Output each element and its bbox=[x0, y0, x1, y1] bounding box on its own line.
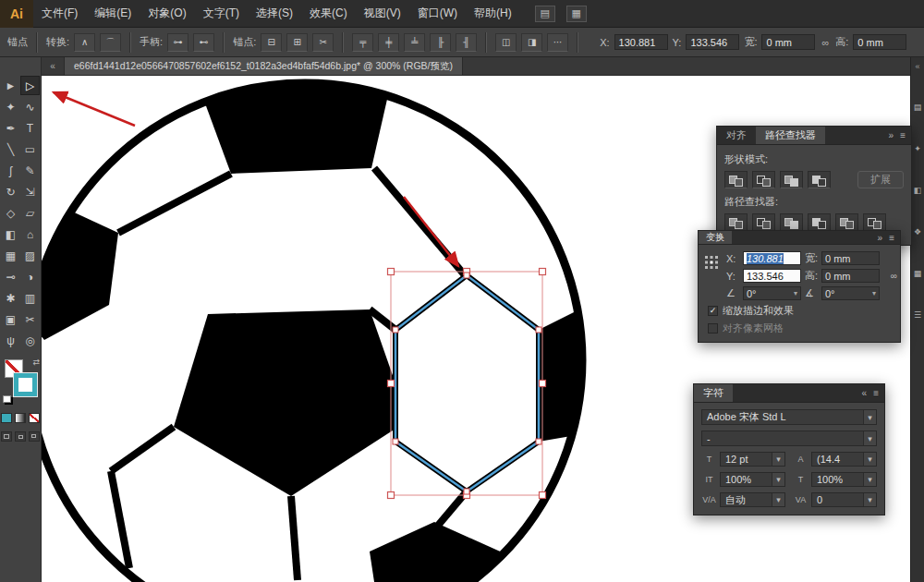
transform-x-field[interactable]: 130.881 bbox=[743, 251, 801, 265]
align-middle-button[interactable]: ╪ bbox=[378, 33, 399, 52]
remove-anchor-button[interactable]: ⊟ bbox=[261, 33, 282, 52]
width-field[interactable]: 0 mm bbox=[761, 34, 815, 50]
menu-view[interactable]: 视图(V) bbox=[356, 0, 409, 28]
apply-color-button[interactable] bbox=[1, 413, 12, 423]
distribute-horizontal-button[interactable]: ╟ bbox=[430, 33, 451, 52]
font-size-select[interactable]: 12 pt ▾ bbox=[720, 452, 785, 467]
dock-panel-icon-4[interactable]: ❖ bbox=[912, 226, 923, 237]
artboard-tool[interactable]: ▣ bbox=[1, 309, 20, 329]
column-graph-tool[interactable]: ▥ bbox=[20, 288, 40, 308]
tab-pathfinder[interactable]: 路径查找器 bbox=[756, 127, 825, 144]
dropdown-icon[interactable]: ▾ bbox=[863, 410, 876, 424]
font-style-select[interactable]: - ▾ bbox=[701, 430, 877, 446]
constrain-proportions-icon[interactable]: ∞ bbox=[891, 271, 897, 281]
menu-select[interactable]: 选择(S) bbox=[248, 0, 301, 28]
draw-normal-button[interactable] bbox=[1, 431, 12, 442]
minus-back-icon[interactable] bbox=[863, 213, 886, 231]
pencil-tool[interactable]: ✎ bbox=[20, 161, 40, 180]
crop-icon[interactable] bbox=[808, 213, 831, 231]
dock-panel-icon-5[interactable]: ▦ bbox=[912, 268, 923, 279]
arrange-documents-icon[interactable]: ▤ bbox=[535, 6, 555, 22]
checkbox-align-pixel-grid[interactable] bbox=[708, 323, 718, 333]
dock-panel-icon-1[interactable]: ▤ bbox=[912, 102, 923, 113]
transform-y-field[interactable]: 133.546 bbox=[743, 269, 801, 283]
magic-wand-tool[interactable]: ✦ bbox=[1, 97, 20, 116]
more-options-button[interactable]: ⋯ bbox=[547, 33, 568, 52]
trim-icon[interactable] bbox=[752, 213, 775, 231]
outline-icon[interactable] bbox=[835, 213, 858, 231]
gradient-tool[interactable]: ▨ bbox=[20, 246, 40, 265]
eyedropper-tool[interactable]: ⊸ bbox=[1, 267, 20, 286]
reference-point-locator[interactable] bbox=[705, 256, 718, 269]
leading-select[interactable]: (14.4 ▾ bbox=[811, 452, 877, 467]
apply-gradient-button[interactable] bbox=[15, 413, 26, 423]
mesh-tool[interactable]: ▦ bbox=[1, 246, 20, 265]
align-top-button[interactable]: ╤ bbox=[352, 33, 373, 52]
rotate-tool[interactable]: ↻ bbox=[1, 182, 20, 201]
workspace-icon[interactable]: ▦ bbox=[566, 6, 587, 22]
tab-character[interactable]: 字符 bbox=[694, 384, 733, 402]
panel-arrows-icon[interactable]: » bbox=[878, 233, 883, 243]
dropdown-icon[interactable]: ▾ bbox=[863, 453, 876, 466]
scale-tool[interactable]: ⇲ bbox=[20, 182, 40, 201]
perspective-grid-tool[interactable]: ⌂ bbox=[20, 224, 40, 244]
draw-behind-button[interactable] bbox=[15, 431, 26, 442]
panel-arrows-icon[interactable]: « bbox=[862, 388, 868, 398]
dropdown-icon[interactable]: ▾ bbox=[863, 473, 876, 486]
menu-object[interactable]: 对象(O) bbox=[140, 0, 194, 28]
transform-height-field[interactable]: 0 mm bbox=[821, 269, 880, 283]
show-handles-button[interactable]: ⊶ bbox=[167, 33, 188, 52]
dropdown-icon[interactable]: ▾ bbox=[772, 493, 784, 506]
dock-panel-icon-2[interactable]: ✦ bbox=[912, 143, 923, 154]
slice-tool[interactable]: ✂ bbox=[20, 309, 40, 329]
hide-handles-button[interactable]: ⊷ bbox=[193, 33, 214, 52]
expand-dock-icon[interactable]: « bbox=[915, 62, 919, 71]
distribute-vertical-button[interactable]: ╢ bbox=[456, 33, 477, 52]
tab-transform[interactable]: 变换 bbox=[699, 231, 732, 244]
line-segment-tool[interactable]: ╲ bbox=[1, 139, 20, 159]
isolate-button[interactable]: ◫ bbox=[495, 33, 517, 52]
symbol-sprayer-tool[interactable]: ✱ bbox=[1, 288, 20, 308]
menu-effect[interactable]: 效果(C) bbox=[301, 0, 356, 28]
tab-align[interactable]: 对齐 bbox=[717, 127, 756, 144]
divide-icon[interactable] bbox=[724, 213, 748, 231]
font-family-select[interactable]: Adobe 宋体 Std L ▾ bbox=[701, 409, 877, 425]
tracking-select[interactable]: 0 ▾ bbox=[811, 492, 877, 507]
shear-angle-field[interactable]: 0°▾ bbox=[821, 286, 880, 300]
link-dimensions-icon[interactable]: ∞ bbox=[820, 37, 831, 48]
add-anchor-button[interactable]: ⊞ bbox=[286, 33, 308, 52]
panel-menu-icon[interactable]: ≡ bbox=[889, 233, 894, 243]
exclude-icon[interactable] bbox=[808, 171, 831, 188]
panel-menu-icon[interactable]: ≡ bbox=[873, 388, 879, 398]
direct-selection-tool[interactable]: ▷ bbox=[20, 76, 40, 95]
hand-tool[interactable]: ψ bbox=[1, 331, 20, 350]
document-tab[interactable]: e66fd1441d12e0566470857602ef6152_t0182a3… bbox=[64, 57, 463, 75]
menu-help[interactable]: 帮助(H) bbox=[466, 0, 520, 28]
zoom-tool[interactable]: ◎ bbox=[20, 331, 40, 350]
intersect-icon[interactable] bbox=[780, 171, 803, 188]
transform-width-field[interactable]: 0 mm bbox=[821, 251, 880, 265]
shape-builder-tool[interactable]: ◧ bbox=[1, 224, 20, 244]
checkbox-scale-strokes[interactable]: ✓ bbox=[708, 306, 718, 316]
align-bottom-button[interactable]: ╧ bbox=[404, 33, 425, 52]
stroke-swatch[interactable] bbox=[14, 373, 37, 396]
vertical-scale-select[interactable]: 100% ▾ bbox=[720, 472, 785, 487]
merge-icon[interactable] bbox=[780, 213, 803, 231]
blend-tool[interactable]: ◑ bbox=[20, 267, 40, 286]
pen-tool[interactable]: ✒ bbox=[1, 118, 20, 138]
swap-fill-stroke-icon[interactable]: ⇄ bbox=[32, 358, 40, 367]
default-fill-stroke-icon[interactable] bbox=[3, 395, 11, 403]
rectangle-tool[interactable]: ▭ bbox=[20, 139, 40, 159]
unite-icon[interactable] bbox=[724, 171, 748, 188]
apply-none-button[interactable] bbox=[29, 413, 40, 423]
minus-front-icon[interactable] bbox=[752, 171, 775, 188]
convert-corner-button[interactable]: ∧ bbox=[74, 33, 95, 52]
draw-inside-button[interactable] bbox=[29, 431, 40, 442]
dropdown-icon[interactable]: ▾ bbox=[772, 473, 784, 486]
menu-file[interactable]: 文件(F) bbox=[33, 0, 86, 28]
horizontal-scale-select[interactable]: 100% ▾ bbox=[811, 472, 877, 487]
x-field[interactable]: 130.881 bbox=[614, 34, 668, 50]
dropdown-icon[interactable]: ▾ bbox=[863, 431, 876, 445]
dock-panel-icon-3[interactable]: ◧ bbox=[912, 185, 923, 196]
dropdown-icon[interactable]: ▾ bbox=[863, 493, 876, 506]
